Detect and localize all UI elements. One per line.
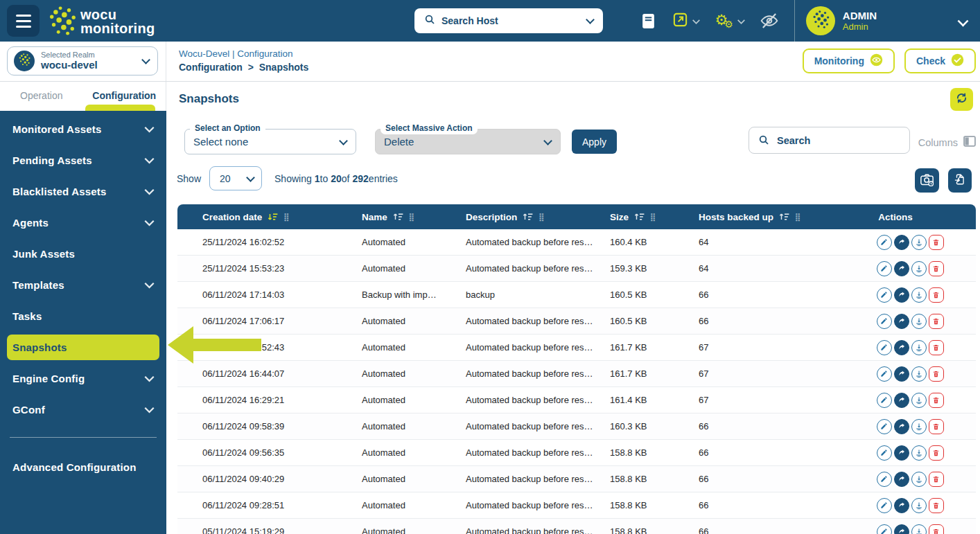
restore-button[interactable]: [894, 472, 909, 487]
edit-button[interactable]: [877, 340, 892, 355]
drag-handle-icon[interactable]: ⣿: [795, 213, 800, 222]
edit-button[interactable]: [877, 287, 892, 303]
sidebar-item-blacklisted-assets[interactable]: Blacklisted Assets: [0, 176, 166, 207]
delete-button[interactable]: [929, 419, 944, 434]
breadcrumb-realm-line[interactable]: Wocu-Devel | Configuration: [179, 48, 308, 59]
delete-button[interactable]: [929, 366, 944, 382]
sort-icon[interactable]: [523, 213, 533, 221]
drag-handle-icon[interactable]: ⣿: [283, 213, 288, 222]
delete-button[interactable]: [929, 524, 944, 534]
book-icon[interactable]: [641, 13, 656, 29]
edit-button[interactable]: [877, 419, 892, 434]
download-button[interactable]: [911, 314, 927, 329]
breadcrumb-section[interactable]: Configuration: [179, 62, 243, 73]
edit-button[interactable]: [877, 261, 892, 276]
column-header-size[interactable]: Size⣿: [593, 212, 676, 222]
edit-button[interactable]: [877, 445, 892, 461]
delete-button[interactable]: [929, 472, 944, 487]
eye-slash-icon[interactable]: [760, 12, 779, 29]
sidebar-item-pending-assets[interactable]: Pending Assets: [0, 145, 166, 176]
column-header-creation-date[interactable]: Creation date⣿: [177, 212, 337, 222]
restore-button[interactable]: [894, 366, 909, 382]
delete-button[interactable]: [929, 340, 944, 355]
restore-button[interactable]: [894, 419, 909, 434]
download-button[interactable]: [911, 445, 927, 461]
tab-configuration[interactable]: Configuration: [83, 82, 166, 111]
restore-button[interactable]: [894, 445, 909, 461]
sidebar-item-advanced-configuration[interactable]: Advanced Configuration: [0, 452, 166, 483]
download-button[interactable]: [911, 340, 927, 355]
edit-button[interactable]: [877, 472, 892, 487]
chevron-down-icon: [586, 15, 595, 24]
column-header-hosts-backed-up[interactable]: Hosts backed up⣿: [676, 212, 815, 222]
restore-button[interactable]: [894, 261, 909, 276]
delete-button[interactable]: [929, 261, 944, 276]
restore-button[interactable]: [894, 393, 909, 408]
sort-icon[interactable]: [268, 213, 278, 221]
columns-toggle[interactable]: Columns: [918, 136, 976, 149]
delete-button[interactable]: [929, 287, 944, 303]
chevron-down-icon[interactable]: [958, 15, 969, 26]
check-button[interactable]: Check: [904, 48, 976, 73]
drag-handle-icon[interactable]: ⣿: [539, 213, 543, 222]
restore-button[interactable]: [894, 524, 909, 534]
download-button[interactable]: [911, 472, 927, 487]
sidebar-item-snapshots[interactable]: Snapshots: [7, 335, 159, 360]
sort-icon[interactable]: [634, 213, 645, 221]
edit-button[interactable]: [877, 366, 892, 382]
sidebar-item-agents[interactable]: Agents: [0, 207, 166, 238]
apply-button[interactable]: Apply: [572, 130, 617, 154]
monitoring-button[interactable]: Monitoring: [803, 48, 895, 73]
restore-button[interactable]: [894, 498, 909, 513]
search-host-dropdown[interactable]: Search Host: [414, 8, 603, 33]
column-header-description[interactable]: Description⣿: [441, 212, 593, 222]
sidebar-item-templates[interactable]: Templates: [0, 269, 166, 301]
sort-icon[interactable]: [779, 213, 789, 221]
download-button[interactable]: [911, 261, 927, 276]
edit-button[interactable]: [877, 235, 892, 250]
sort-icon[interactable]: [393, 213, 403, 221]
restore-button[interactable]: [894, 235, 909, 250]
sidebar-item-engine-config[interactable]: Engine Config: [0, 363, 166, 394]
sidebar-item-monitored-assets[interactable]: Monitored Assets: [0, 114, 166, 145]
download-button[interactable]: [911, 287, 927, 303]
edit-button[interactable]: [877, 314, 892, 329]
page-size-select[interactable]: 20: [209, 166, 262, 190]
search-input[interactable]: [749, 127, 910, 154]
snapshot-schedule-button[interactable]: [915, 168, 939, 193]
delete-button[interactable]: [929, 445, 944, 461]
delete-button[interactable]: [929, 235, 944, 250]
delete-button[interactable]: [929, 393, 944, 408]
drag-handle-icon[interactable]: ⣿: [650, 213, 655, 222]
restore-button[interactable]: [894, 314, 909, 329]
delete-button[interactable]: [929, 314, 944, 329]
refresh-button[interactable]: [950, 88, 973, 111]
sidebar-item-gconf[interactable]: GConf: [0, 394, 166, 425]
restore-button[interactable]: [894, 287, 909, 303]
user-menu[interactable]: ADMIN Admin: [806, 6, 877, 35]
download-button[interactable]: [911, 393, 927, 408]
download-button[interactable]: [911, 235, 927, 250]
cell-description: Automated backup before restart: [441, 342, 593, 353]
download-button[interactable]: [911, 366, 927, 382]
download-button[interactable]: [911, 524, 927, 534]
realm-selector[interactable]: Selected Realm wocu-devel: [7, 46, 158, 75]
settings-menu[interactable]: ⚙⚙: [715, 12, 744, 29]
edit-button[interactable]: [877, 393, 892, 408]
download-button[interactable]: [911, 419, 927, 434]
edit-button[interactable]: [877, 498, 892, 513]
restore-button[interactable]: [894, 340, 909, 355]
menu-icon[interactable]: [7, 5, 40, 37]
download-button[interactable]: [911, 498, 927, 513]
sidebar-item-tasks[interactable]: Tasks: [0, 301, 166, 332]
import-button[interactable]: [948, 168, 972, 193]
column-header-name[interactable]: Name⣿: [337, 212, 441, 222]
delete-button[interactable]: [929, 498, 944, 513]
external-link-menu[interactable]: [672, 12, 699, 30]
app-logo[interactable]: wocu monitoring: [47, 6, 155, 38]
tab-operation[interactable]: Operation: [0, 82, 83, 111]
restore-icon: [898, 449, 906, 457]
sidebar-item-junk-assets[interactable]: Junk Assets: [0, 238, 166, 269]
edit-button[interactable]: [877, 524, 892, 534]
drag-handle-icon[interactable]: ⣿: [409, 213, 414, 222]
